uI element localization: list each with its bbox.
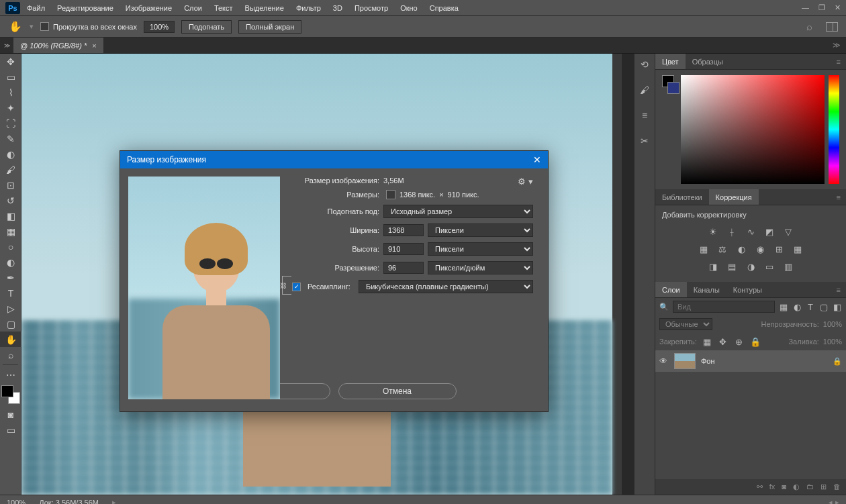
vertical-scrollbar[interactable]	[612, 54, 622, 495]
marquee-tool[interactable]: ▭	[0, 69, 21, 85]
layer-fx-icon[interactable]: fx	[769, 483, 775, 491]
height-unit-select[interactable]: Пиксели	[428, 242, 533, 256]
search-icon[interactable]: ⌕	[806, 21, 812, 32]
eyedropper-tool[interactable]: ✎	[0, 131, 21, 146]
layers-panel-menu[interactable]: ≡	[831, 282, 846, 297]
shape-tool[interactable]: ▢	[0, 316, 21, 332]
menu-select[interactable]: Выделение	[240, 2, 289, 14]
levels-icon[interactable]: ⟊	[726, 225, 738, 238]
gradient-tool[interactable]: ▦	[0, 223, 21, 239]
link-layers-icon[interactable]: ⚯	[757, 483, 763, 491]
type-tool[interactable]: T	[0, 285, 21, 301]
eraser-tool[interactable]: ◧	[0, 208, 21, 223]
lasso-tool[interactable]: ⌇	[0, 85, 21, 100]
gradient-map-icon[interactable]: ▭	[763, 260, 775, 272]
scroll-left-icon[interactable]: ◂	[829, 498, 833, 504]
scroll-all-checkbox[interactable]	[40, 22, 49, 31]
tab-layers[interactable]: Слои	[655, 282, 687, 297]
tab-libraries[interactable]: Библиотеки	[655, 189, 709, 205]
opacity-value[interactable]: 100%	[823, 320, 842, 328]
history-panel-icon[interactable]: ⟲	[638, 58, 651, 71]
panel-toggle-icon[interactable]	[826, 22, 838, 32]
delete-layer-icon[interactable]: 🗑	[833, 483, 841, 491]
paragraph-panel-icon[interactable]: ≡	[638, 109, 651, 122]
history-brush-tool[interactable]: ↺	[0, 193, 21, 208]
dialog-settings-icon[interactable]: ⚙ ▾	[518, 177, 533, 187]
hand-tool-icon[interactable]: ✋	[8, 19, 23, 34]
menu-file[interactable]: Файл	[21, 2, 50, 14]
hand-tool[interactable]: ✋	[0, 332, 21, 347]
resample-checkbox[interactable]: ✓	[292, 283, 301, 291]
fit-select[interactable]: Исходный размер	[383, 205, 533, 218]
zoom-tool[interactable]: ⌕	[0, 347, 21, 362]
fit-button[interactable]: Подогнать	[181, 20, 232, 34]
menu-window[interactable]: Окно	[395, 2, 423, 14]
layer-filter-icon[interactable]: 🔍	[659, 303, 669, 311]
crop-tool[interactable]: ⛶	[0, 115, 21, 131]
fill-value[interactable]: 100%	[823, 338, 842, 346]
hue-icon[interactable]: ▦	[698, 243, 710, 255]
resolution-input[interactable]	[383, 262, 424, 274]
mixer-icon[interactable]: ⊞	[773, 243, 785, 255]
color-swatches[interactable]	[1, 385, 20, 404]
threshold-icon[interactable]: ◑	[745, 260, 757, 272]
lock-pixels-icon[interactable]: ▦	[701, 336, 713, 348]
menu-3d[interactable]: 3D	[328, 2, 348, 14]
menu-filter[interactable]: Фильтр	[291, 2, 326, 14]
menu-view[interactable]: Просмотр	[349, 2, 393, 14]
document-tab[interactable]: @ 100% (RGB/8#) * ×	[13, 38, 103, 53]
dodge-tool[interactable]: ◐	[0, 254, 21, 270]
layer-row[interactable]: 👁 Фон 🔒	[655, 350, 846, 372]
filter-shape-icon[interactable]: ▢	[819, 301, 829, 313]
filter-pixel-icon[interactable]: ▦	[779, 301, 788, 313]
tab-swatches[interactable]: Образцы	[686, 54, 730, 69]
screen-mode-icon[interactable]: ▭	[0, 422, 21, 438]
tabbar-collapse-icon[interactable]: ≫	[0, 38, 13, 53]
pen-tool[interactable]: ✒	[0, 270, 21, 285]
close-icon[interactable]: ✕	[835, 3, 841, 12]
tab-correction[interactable]: Коррекция	[709, 189, 759, 205]
exposure-icon[interactable]: ◩	[763, 225, 775, 238]
menu-edit[interactable]: Редактирование	[52, 2, 119, 14]
brush-tool[interactable]: 🖌	[0, 162, 21, 177]
dialog-close-icon[interactable]: ✕	[533, 154, 541, 165]
maximize-icon[interactable]: ❐	[818, 3, 825, 12]
menu-layers[interactable]: Слои	[179, 2, 207, 14]
curves-icon[interactable]: ∿	[745, 225, 757, 238]
fullscreen-button[interactable]: Полный экран	[238, 20, 301, 34]
lut-icon[interactable]: ▦	[792, 243, 804, 255]
stamp-tool[interactable]: ⊡	[0, 177, 21, 193]
resample-select[interactable]: Бикубическая (плавные градиенты)	[359, 280, 533, 293]
brushes-panel-icon[interactable]: 🖌	[638, 83, 651, 97]
status-zoom[interactable]: 100%	[7, 499, 26, 505]
width-input[interactable]	[383, 224, 424, 236]
cancel-button[interactable]: Отмена	[338, 383, 457, 399]
color-panel-menu[interactable]: ≡	[831, 54, 846, 69]
layer-thumbnail[interactable]	[674, 353, 696, 369]
minimize-icon[interactable]: —	[802, 3, 809, 12]
status-doc[interactable]: Док: 3,56M/3,56M	[39, 499, 99, 505]
mask-mode-icon[interactable]: ◙	[0, 407, 21, 422]
layer-lock-icon[interactable]: 🔒	[833, 357, 842, 366]
blend-mode-select[interactable]: Обычные	[659, 318, 712, 330]
height-input[interactable]	[383, 243, 424, 255]
bw-icon[interactable]: ◐	[735, 243, 747, 255]
tools-panel-icon[interactable]: ✂	[638, 134, 651, 148]
lock-all-icon[interactable]: 🔒	[749, 336, 761, 348]
posterize-icon[interactable]: ▤	[726, 260, 738, 272]
fg-color-swatch[interactable]	[1, 385, 13, 397]
brightness-icon[interactable]: ☀	[707, 225, 719, 238]
new-group-icon[interactable]: 🗀	[806, 483, 814, 491]
menu-text[interactable]: Текст	[209, 2, 238, 14]
status-chevron-icon[interactable]: ▸	[112, 498, 116, 504]
link-dimensions-icon[interactable]	[282, 276, 291, 295]
color-field[interactable]	[681, 75, 825, 184]
new-layer-icon[interactable]: ⊞	[820, 483, 827, 491]
dialog-titlebar[interactable]: Размер изображения ✕	[120, 151, 548, 168]
vibrance-icon[interactable]: ▽	[782, 225, 794, 238]
new-fill-icon[interactable]: ◐	[793, 483, 800, 491]
photo-filter-icon[interactable]: ◉	[754, 243, 766, 255]
layer-filter-input[interactable]	[673, 301, 775, 313]
dims-unit-toggle[interactable]	[386, 190, 395, 199]
zoom-level[interactable]: 100%	[144, 21, 175, 33]
